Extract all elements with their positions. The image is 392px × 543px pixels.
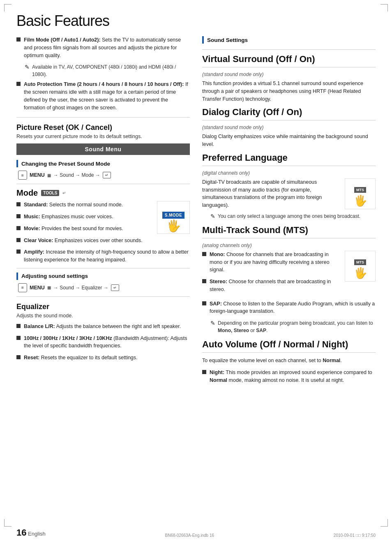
divider <box>16 117 190 118</box>
list-item: Balance L/R: Adjusts the balance between… <box>16 323 190 330</box>
mts-image-1: MTS 🖐 <box>345 178 376 209</box>
bullet-label: Night: <box>210 370 224 375</box>
auto-volume-desc: To equalize the volume level on each cha… <box>202 357 376 365</box>
dialog-clarity-title: Dialog Clarity (Off / On) <box>202 107 376 118</box>
multi-track-title: Multi-Track Sound (MTS) <box>202 225 376 236</box>
bullet-body: Choose for channels that are broadcastin… <box>210 252 330 273</box>
blue-bar-icon <box>16 273 18 280</box>
bullet-icon <box>202 279 206 283</box>
footer-left: 16 English <box>16 527 46 538</box>
corner-mark-tl <box>4 4 12 12</box>
note-item: ✎ You can only select a language among t… <box>210 213 376 220</box>
bullet-icon <box>16 202 21 206</box>
divider <box>202 120 376 120</box>
hand-icon: 🖐 <box>354 194 367 207</box>
bullet-body: Provides the best sound for movies. <box>40 226 123 231</box>
page-footer: 16 English BN68-02663A-Eng.indb 16 2010-… <box>0 527 392 538</box>
footer-date: 2010-09-01 □□ 9:17:50 <box>334 532 376 538</box>
left-column: Film Mode (Off / Auto1 / Auto2): Sets th… <box>16 36 190 388</box>
list-item: Auto Protection Time (2 hours / 4 hours … <box>16 81 190 111</box>
bullet-icon <box>202 252 206 256</box>
mts-label-1: MTS <box>354 187 366 193</box>
bullet-icon <box>16 355 21 359</box>
pencil-icon: ✎ <box>210 320 215 326</box>
bullet-icon <box>202 370 206 374</box>
list-item: Film Mode (Off / Auto1 / Auto2): Sets th… <box>16 36 190 59</box>
multi-track-sub: (analog channels only) <box>202 243 376 248</box>
enter-icon: ↵ <box>103 172 111 178</box>
bullet-body: Choose to listen to the Separate Audio P… <box>210 301 375 314</box>
note-text: Available in TV, AV, COMPONENT (480i / 1… <box>32 63 190 78</box>
bullet-label: Mono: <box>210 252 225 257</box>
bullet-text: Amplify: Increase the intensity of high-… <box>24 248 190 264</box>
virtual-surround-title: Virtual Surround (Off / On) <box>202 54 376 65</box>
divider <box>16 268 190 268</box>
tools-badge: TOOLS <box>41 190 59 196</box>
bullet-icon <box>16 324 21 328</box>
sound-settings-section: Sound Settings <box>202 36 376 44</box>
bullet-text: Film Mode (Off / Auto1 / Auto2): Sets th… <box>24 36 190 59</box>
arrow-text: → Sound → Equalizer → <box>53 285 108 291</box>
list-item: Music: Emphasizes music over voices. <box>16 213 153 221</box>
bullet-icon <box>16 238 21 242</box>
bullet-label: Music: <box>24 214 40 220</box>
divider <box>202 166 376 166</box>
multi-track-content: Mono: Choose for channels that are broad… <box>202 251 376 298</box>
list-item: Mono: Choose for channels that are broad… <box>202 251 341 274</box>
sound-settings-heading: Sound Settings <box>207 37 248 43</box>
hand-icon: 🖐 <box>166 220 181 232</box>
bullet-text: Music: Emphasizes music over voices. <box>24 213 113 221</box>
bullet-icon <box>16 250 21 254</box>
bullet-icon <box>16 336 21 340</box>
bullet-icon <box>16 82 21 86</box>
menu-text: MENU <box>30 172 45 178</box>
bullet-text: SAP: Choose to listen to the Separate Au… <box>210 300 376 316</box>
list-item: Reset: Resets the equalizer to its defau… <box>16 354 190 362</box>
s-mode-image: S.MODE 🖐 <box>157 201 190 234</box>
auto-volume-title: Auto Volume (Off / Normal / Night) <box>202 339 376 350</box>
note-text: You can only select a language among the… <box>218 213 360 220</box>
page-title: Basic Features <box>16 12 376 30</box>
bullet-text: 100Hz / 300Hz / 1KHz / 3KHz / 10KHz (Ban… <box>24 335 190 350</box>
picture-reset-desc: Resets your current picture mode to its … <box>16 134 190 139</box>
note-item: ✎ Depending on the particular program be… <box>210 319 376 334</box>
bullet-label: Movie: <box>24 226 40 231</box>
bullet-text: Night: This mode provides an improved so… <box>210 369 376 384</box>
two-col-layout: Film Mode (Off / Auto1 / Auto2): Sets th… <box>16 36 376 388</box>
preferred-language-title: Preferred Language <box>202 153 376 163</box>
menu-icon: ≡ <box>18 283 27 292</box>
divider <box>16 296 190 297</box>
page: Basic Features Film Mode (Off / Auto1 / … <box>0 0 392 543</box>
bullet-text: Auto Protection Time (2 hours / 4 hours … <box>24 81 190 111</box>
bullet-body: Emphasizes music over voices. <box>40 214 113 220</box>
mode-title: Mode <box>16 188 38 198</box>
equalizer-desc: Adjusts the sound mode. <box>16 313 190 319</box>
bullet-icon <box>202 301 206 305</box>
bullet-body: Emphasizes voices over other sounds. <box>53 238 142 243</box>
preferred-language-desc: Digital-TV broadcasts are capable of sim… <box>202 178 341 209</box>
list-item: Movie: Provides the best sound for movie… <box>16 225 153 233</box>
note-item: ✎ Available in TV, AV, COMPONENT (480i /… <box>25 63 190 78</box>
blue-bar-icon <box>202 36 204 44</box>
page-language: English <box>28 531 46 537</box>
menu-instruction-eq: ≡ MENU ▦ → Sound → Equalizer → ↵ <box>18 283 190 292</box>
bullet-label: Balance L/R: <box>24 323 55 329</box>
multi-track-bullets: Mono: Choose for channels that are broad… <box>202 251 341 298</box>
s-mode-label: S.MODE <box>162 212 184 219</box>
menu-instruction: ≡ MENU ▦ → Sound → Mode → ↵ <box>18 171 190 180</box>
arrow-icon: → Sound → Mode → <box>53 172 100 178</box>
divider <box>202 352 376 353</box>
bullet-body: Adjusts the balance between the right an… <box>55 323 181 329</box>
divider <box>202 67 376 67</box>
bullet-label: Standard: <box>24 202 48 208</box>
mode-bullets-list: Standard: Selects the normal sound mode.… <box>16 201 153 236</box>
menu-icon: ≡ <box>18 171 27 180</box>
bullet-icon <box>16 37 21 42</box>
bullet-text: Standard: Selects the normal sound mode. <box>24 201 123 209</box>
bullet-label: Amplify: <box>24 249 44 255</box>
bullet-label: SAP: <box>210 301 222 307</box>
preferred-language-content: Digital-TV broadcasts are capable of sim… <box>202 178 376 209</box>
list-item: 100Hz / 300Hz / 1KHz / 3KHz / 10KHz (Ban… <box>16 335 190 350</box>
note-text: Depending on the particular program bein… <box>218 319 376 334</box>
bullet-text: Reset: Resets the equalizer to its defau… <box>24 354 138 362</box>
